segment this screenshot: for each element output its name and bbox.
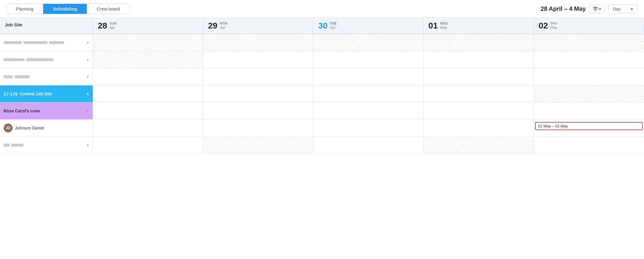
date-picker-button[interactable]: 📅 ▾ bbox=[589, 4, 604, 13]
blurred-content-6 bbox=[4, 143, 84, 147]
tab-planning[interactable]: Planning bbox=[6, 4, 43, 14]
dow-4: THU bbox=[550, 22, 557, 25]
cell bbox=[534, 68, 644, 85]
cell bbox=[424, 120, 534, 136]
day-label-3: WED May bbox=[440, 22, 448, 30]
cell bbox=[424, 51, 534, 68]
calendar-header: Job Site 28 SUN Apr 29 MON Apr 30 TUE Ap… bbox=[0, 18, 644, 34]
day-header-1: 29 MON Apr bbox=[203, 18, 313, 34]
day-num-4: 02 bbox=[539, 21, 548, 31]
day-num-1: 29 bbox=[208, 21, 217, 31]
chevron-down-icon[interactable]: ∨ bbox=[86, 58, 89, 62]
day-label-4: THU May bbox=[550, 22, 557, 30]
calendar-icon: 📅 bbox=[593, 7, 598, 11]
blur-block bbox=[26, 58, 53, 61]
dow-3: WED bbox=[440, 22, 448, 25]
job-id: 17-179 bbox=[4, 91, 18, 97]
cell bbox=[93, 103, 203, 119]
cell bbox=[424, 68, 534, 85]
day-header-2: 30 TUE Apr bbox=[313, 18, 423, 34]
cell bbox=[424, 137, 534, 153]
day-label-0: SUN Apr bbox=[110, 22, 116, 30]
crew-row-label: Rose Carol's crew ∨ bbox=[0, 103, 93, 119]
blur-block bbox=[49, 41, 64, 44]
cell bbox=[313, 120, 423, 136]
person-row-label: JD Johnson Daniel bbox=[0, 120, 93, 136]
nav-right: 28 April – 4 May 📅 ▾ Day ▾ bbox=[541, 4, 638, 13]
chevron-down-icon[interactable]: ∨ bbox=[86, 109, 89, 113]
cell bbox=[313, 68, 423, 85]
tab-group: Planning Scheduling Crew board bbox=[6, 4, 130, 14]
day-header-3: 01 WED May bbox=[424, 18, 534, 34]
chevron-up-icon[interactable]: ∧ bbox=[86, 92, 89, 96]
cell bbox=[534, 103, 644, 119]
cell bbox=[203, 85, 313, 102]
cell bbox=[313, 85, 423, 102]
person-name: Johnson Daniel bbox=[15, 126, 44, 130]
date-range-label: 28 April – 4 May bbox=[541, 5, 586, 12]
view-mode-select[interactable]: Day ▾ bbox=[608, 4, 638, 13]
chevron-down-icon[interactable]: ∨ bbox=[86, 75, 89, 79]
month-3: May bbox=[440, 25, 448, 30]
cell bbox=[424, 103, 534, 119]
chevron-down-icon[interactable]: ∨ bbox=[86, 40, 89, 45]
cell bbox=[534, 34, 644, 51]
table-row: Rose Carol's crew ∨ bbox=[0, 103, 644, 120]
cell bbox=[203, 68, 313, 85]
cell bbox=[313, 137, 423, 153]
day-header-4: 02 THU May bbox=[534, 18, 644, 34]
month-4: May bbox=[550, 25, 557, 30]
job-site-row-label: 17-179 Central Job Site ∧ bbox=[0, 85, 93, 102]
top-nav: Planning Scheduling Crew board 28 April … bbox=[0, 0, 644, 18]
cell: 02 May – 02 May bbox=[534, 120, 644, 136]
cell bbox=[424, 85, 534, 102]
cell bbox=[313, 51, 423, 68]
cell bbox=[93, 137, 203, 153]
blur-block bbox=[23, 41, 47, 44]
blurred-content-0 bbox=[4, 40, 84, 45]
cell bbox=[93, 85, 203, 102]
chevron-down-icon: ▾ bbox=[631, 7, 633, 11]
month-0: Apr bbox=[110, 25, 116, 30]
cell bbox=[203, 51, 313, 68]
crew-name: Rose Carol's crew bbox=[4, 109, 40, 113]
blurred-site-label-1: ∨ bbox=[0, 51, 93, 68]
table-row: ∨ bbox=[0, 137, 644, 154]
table-row: ∨ bbox=[0, 68, 644, 85]
event-chip[interactable]: 02 May – 02 May bbox=[535, 122, 643, 130]
cell bbox=[534, 85, 644, 102]
cell bbox=[203, 103, 313, 119]
day-num-3: 01 bbox=[429, 21, 438, 31]
blur-block bbox=[11, 144, 23, 147]
day-label-2: TUE Apr bbox=[330, 22, 337, 30]
cell bbox=[203, 34, 313, 51]
calendar-container: Job Site 28 SUN Apr 29 MON Apr 30 TUE Ap… bbox=[0, 18, 644, 256]
dow-2: TUE bbox=[330, 22, 337, 25]
table-row: 17-179 Central Job Site ∧ bbox=[0, 85, 644, 103]
table-row: ∨ bbox=[0, 51, 644, 68]
cell bbox=[93, 120, 203, 136]
blur-block bbox=[4, 144, 10, 147]
cell bbox=[203, 120, 313, 136]
cell bbox=[93, 68, 203, 85]
blurred-site-label-6: ∨ bbox=[0, 137, 93, 153]
tab-crew-board[interactable]: Crew board bbox=[87, 4, 130, 14]
cell bbox=[424, 34, 534, 51]
day-label-1: MON Apr bbox=[220, 22, 227, 30]
dow-0: SUN bbox=[110, 22, 116, 25]
cell bbox=[534, 51, 644, 68]
cell bbox=[313, 103, 423, 119]
tab-scheduling[interactable]: Scheduling bbox=[43, 4, 87, 14]
chevron-down-icon[interactable]: ∨ bbox=[86, 143, 89, 147]
month-2: Apr bbox=[330, 25, 337, 30]
day-num-2: 30 bbox=[318, 21, 327, 31]
table-row: ∨ bbox=[0, 34, 644, 51]
table-row: JD Johnson Daniel 02 May – 02 May bbox=[0, 120, 644, 137]
dow-1: MON bbox=[220, 22, 227, 25]
cell bbox=[534, 137, 644, 153]
cell bbox=[313, 34, 423, 51]
cell bbox=[93, 51, 203, 68]
job-site-name: Central Job Site bbox=[20, 91, 52, 96]
blur-block bbox=[14, 75, 29, 78]
blur-block bbox=[4, 41, 22, 44]
